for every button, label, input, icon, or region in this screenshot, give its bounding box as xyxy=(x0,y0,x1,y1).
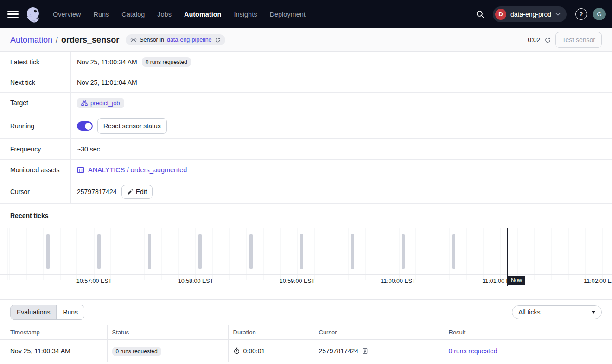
sensor-icon xyxy=(130,37,137,43)
tick-filter-select[interactable]: All ticks xyxy=(512,305,602,319)
row-label: Target xyxy=(0,93,71,113)
cell-duration: 0:00:01 xyxy=(243,347,265,355)
detail-row-running: Running Reset sensor status xyxy=(0,113,612,139)
nav-automation[interactable]: Automation xyxy=(184,11,222,18)
col-duration: Duration xyxy=(228,325,314,340)
detail-row-monitored-assets: Monitored assets ANALYTICS / orders_augm… xyxy=(0,160,612,180)
running-toggle[interactable] xyxy=(77,121,93,131)
evaluations-table: Timestamp Status Duration Cursor Result … xyxy=(0,325,612,362)
tab-runs[interactable]: Runs xyxy=(56,305,84,319)
test-sensor-button[interactable]: Test sensor xyxy=(555,32,602,48)
table-header-row: Timestamp Status Duration Cursor Result xyxy=(0,325,612,340)
recent-ticks-heading: Recent ticks xyxy=(0,204,612,228)
evaluations-toolbar: Evaluations Runs All ticks xyxy=(0,300,612,325)
row-label: Frequency xyxy=(0,139,71,159)
sensor-badge-prefix: Sensor in xyxy=(140,37,164,43)
reset-sensor-status-button[interactable]: Reset sensor status xyxy=(97,118,167,134)
tick-bar[interactable] xyxy=(97,234,101,269)
tick-bar[interactable] xyxy=(198,234,202,269)
detail-row-next-tick: Next tick Nov 25, 11:01:04 AM xyxy=(0,72,612,93)
workspace-switcher[interactable]: D data-eng-prod xyxy=(493,6,567,22)
workspace-name: data-eng-prod xyxy=(510,11,551,18)
target-job-name: predict_job xyxy=(90,100,120,107)
tick-bar[interactable] xyxy=(148,234,151,269)
tick-bar[interactable] xyxy=(351,234,354,269)
detail-row-cursor: Cursor 25797817424 Edit xyxy=(0,180,612,204)
recent-ticks-chart: Now 10:57:00 EST10:58:00 EST10:59:00 EST… xyxy=(0,228,612,292)
cell-cursor: 25797817424 xyxy=(319,347,359,355)
next-tick-timestamp: Nov 25, 11:01:04 AM xyxy=(77,79,137,86)
tick-bar[interactable] xyxy=(300,234,303,269)
sensor-details: Latest tick Nov 25, 11:00:34 AM 0 runs r… xyxy=(0,52,612,204)
page-title: orders_sensor xyxy=(61,35,119,45)
detail-row-latest-tick: Latest tick Nov 25, 11:00:34 AM 0 runs r… xyxy=(0,52,612,72)
frequency-value: ~30 sec xyxy=(77,145,100,153)
page-header: Automation / orders_sensor Sensor in dat… xyxy=(0,28,612,52)
edit-cursor-label: Edit xyxy=(136,188,147,195)
nav-catalog[interactable]: Catalog xyxy=(121,11,145,18)
stopwatch-icon xyxy=(233,347,240,354)
monitored-asset-name: ANALYTICS / orders_augmented xyxy=(88,166,187,174)
asset-table-icon xyxy=(77,166,84,174)
dagster-logo-icon[interactable] xyxy=(24,6,42,23)
latest-tick-timestamp: Nov 25, 11:00:34 AM xyxy=(77,58,137,66)
row-label: Running xyxy=(0,113,71,138)
workspace-avatar: D xyxy=(495,9,506,20)
tick-bar[interactable] xyxy=(46,234,50,269)
time-axis-label: 11:02:00 EST xyxy=(584,278,612,284)
job-graph-icon xyxy=(81,100,88,106)
chevron-down-icon xyxy=(592,311,595,314)
col-timestamp: Timestamp xyxy=(0,325,107,340)
detail-row-frequency: Frequency ~30 sec xyxy=(0,139,612,160)
main-nav: Overview Runs Catalog Jobs Automation In… xyxy=(53,11,306,18)
recent-ticks-plot xyxy=(0,228,612,275)
reload-location-icon xyxy=(215,37,221,43)
copy-cursor-button[interactable] xyxy=(362,347,369,354)
user-avatar[interactable]: G xyxy=(593,8,606,20)
search-button[interactable] xyxy=(473,7,487,21)
col-status: Status xyxy=(107,325,228,340)
row-label: Cursor xyxy=(0,180,71,203)
breadcrumb-automation-link[interactable]: Automation xyxy=(10,35,52,45)
search-icon xyxy=(476,10,484,19)
chevron-down-icon xyxy=(555,13,561,16)
cursor-value: 25797817424 xyxy=(77,188,117,195)
nav-runs[interactable]: Runs xyxy=(93,11,109,18)
row-label: Monitored assets xyxy=(0,160,71,180)
nav-jobs[interactable]: Jobs xyxy=(157,11,172,18)
top-navigation: Overview Runs Catalog Jobs Automation In… xyxy=(0,0,612,28)
status-badge: 0 runs requested xyxy=(112,347,161,356)
help-button[interactable]: ? xyxy=(575,8,587,20)
time-axis-label: 10:57:00 EST xyxy=(76,278,112,284)
result-link[interactable]: 0 runs requested xyxy=(449,347,497,355)
time-axis-label: 10:59:00 EST xyxy=(280,278,315,284)
nav-deployment[interactable]: Deployment xyxy=(269,11,305,18)
table-row: Nov 25, 11:00:34 AM 0 runs requested 0:0… xyxy=(0,340,612,362)
col-cursor: Cursor xyxy=(314,325,444,340)
sensor-location-badge: Sensor in data-eng-pipeline xyxy=(126,34,225,45)
cell-timestamp: Nov 25, 11:00:34 AM xyxy=(0,340,107,362)
nav-overview[interactable]: Overview xyxy=(53,11,81,18)
pencil-icon xyxy=(127,189,133,195)
clipboard-icon xyxy=(362,347,369,354)
edit-cursor-button[interactable]: Edit xyxy=(121,185,153,199)
tick-bar[interactable] xyxy=(452,234,455,269)
time-axis-label: 10:58:00 EST xyxy=(178,278,213,284)
tick-bar[interactable] xyxy=(249,234,253,269)
tab-evaluations[interactable]: Evaluations xyxy=(11,305,56,319)
menu-icon[interactable] xyxy=(7,11,19,18)
tick-filter-value: All ticks xyxy=(518,308,540,316)
row-label: Next tick xyxy=(0,72,71,92)
code-location-link[interactable]: data-eng-pipeline xyxy=(167,37,212,43)
now-badge: Now xyxy=(508,276,525,285)
nav-insights[interactable]: Insights xyxy=(234,11,257,18)
tick-bar[interactable] xyxy=(402,234,405,269)
breadcrumb-separator: / xyxy=(56,35,58,45)
detail-row-target: Target predict_job xyxy=(0,93,612,113)
target-job-link[interactable]: predict_job xyxy=(77,98,124,108)
poll-countdown: 0:02 xyxy=(528,36,540,44)
time-axis-label: 11:00:00 EST xyxy=(381,278,416,284)
evaluations-runs-tabs: Evaluations Runs xyxy=(10,305,84,320)
latest-tick-status-badge: 0 runs requested xyxy=(142,57,191,67)
monitored-asset-link[interactable]: ANALYTICS / orders_augmented xyxy=(77,166,187,174)
